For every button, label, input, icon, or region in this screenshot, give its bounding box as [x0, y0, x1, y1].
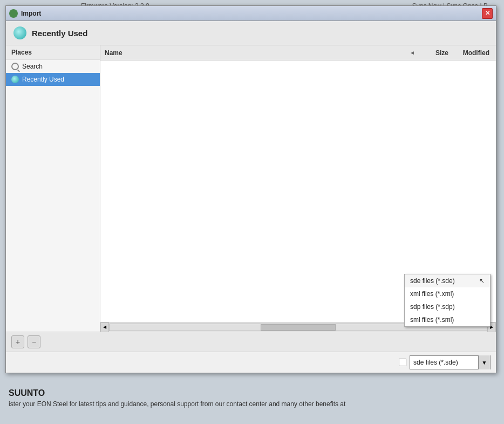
search-icon [11, 63, 19, 70]
col-resize-handle: ◄ [408, 50, 416, 56]
chevron-down-icon: ▼ [482, 360, 487, 366]
sidebar-item-label-recent: Recently Used [22, 76, 64, 83]
dropdown-option-xml-label: xml files (*.xml) [410, 290, 454, 298]
import-dialog: Import ✕ Recently Used Places Search Rec… [5, 5, 496, 373]
places-panel: Places Search Recently Used [6, 45, 100, 332]
sidebar-item-search[interactable]: Search [6, 60, 100, 73]
dropdown-option-xml[interactable]: xml files (*.xml) [405, 287, 490, 300]
filetype-dropdown-menu: sde files (*.sde) ↖ xml files (*.xml) sd… [404, 274, 491, 327]
dialog-header-title: Recently Used [32, 29, 87, 38]
files-header: Name ◄ Size Modified [100, 45, 496, 60]
col-modified-header: Modified [448, 49, 492, 57]
dropdown-option-sde-label: sde files (*.sde) [410, 277, 455, 285]
sidebar-item-recently-used[interactable]: Recently Used [6, 73, 100, 86]
dialog-header: Recently Used [6, 21, 496, 45]
suunto-title: SUUNTO [9, 388, 345, 398]
header-icon [13, 26, 26, 39]
titlebar-left: Import [9, 9, 41, 18]
close-button[interactable]: ✕ [482, 8, 493, 19]
titlebar: Import ✕ [6, 6, 496, 21]
dropdown-option-sde[interactable]: sde files (*.sde) ↖ [405, 274, 490, 287]
bottom-bar: + − [6, 332, 496, 352]
scroll-thumb[interactable] [261, 324, 336, 331]
dropdown-option-sml[interactable]: sml files (*.sml) [405, 313, 490, 326]
filetype-area: sde files (*.sde) ▼ [6, 352, 496, 373]
dropdown-option-sml-label: sml files (*.sml) [410, 316, 454, 324]
dropdown-option-sdp-label: sdp files (*.sdp) [410, 303, 455, 311]
filetype-checkbox[interactable] [399, 359, 406, 366]
cursor-indicator: ↖ [479, 277, 485, 285]
sidebar-item-label-search: Search [22, 63, 43, 70]
filetype-dropdown-arrow[interactable]: ▼ [478, 355, 490, 369]
places-header: Places [6, 45, 100, 60]
col-name-header: Name [105, 49, 408, 57]
remove-place-button[interactable]: − [28, 335, 40, 348]
bg-bottom-section: SUUNTO ister your EON Steel for latest t… [0, 383, 354, 413]
filetype-select[interactable]: sde files (*.sde) ▼ [410, 355, 491, 369]
scroll-left-button[interactable]: ◀ [100, 322, 109, 332]
filetype-current-value: sde files (*.sde) [410, 358, 478, 367]
dialog-title: Import [21, 10, 41, 17]
dialog-icon [9, 9, 18, 18]
col-size-header: Size [416, 49, 448, 57]
add-place-button[interactable]: + [11, 335, 24, 348]
suunto-text: ister your EON Steel for latest tips and… [9, 400, 345, 408]
checkbox-area [399, 359, 406, 366]
arrow-left-icon: ◀ [103, 325, 106, 329]
recent-icon [11, 76, 19, 83]
dropdown-option-sdp[interactable]: sdp files (*.sdp) [405, 300, 490, 313]
